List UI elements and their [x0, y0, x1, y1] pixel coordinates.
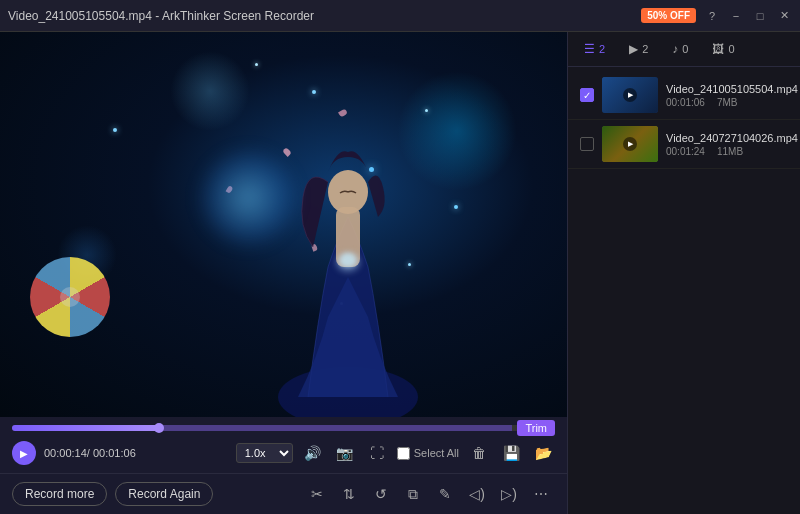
- close-button[interactable]: ✕: [776, 8, 792, 24]
- trim-button[interactable]: Trim: [517, 420, 555, 436]
- delete-icon[interactable]: 🗑: [467, 441, 491, 465]
- volume-icon[interactable]: 🔊: [301, 441, 325, 465]
- tab-image[interactable]: 🖼 0: [708, 40, 738, 58]
- item-info-1: Video_241005105504.mp4 00:01:06 7MB: [666, 83, 798, 108]
- progress-filled: [12, 425, 159, 431]
- svg-point-4: [340, 253, 356, 267]
- item-name-2: Video_240727104026.mp4: [666, 132, 798, 144]
- volume-down-icon[interactable]: ◁): [463, 480, 491, 508]
- video-area: Trim ▶ 00:00:14/ 00:01:06 1.0x 0.5x 0.75…: [0, 32, 567, 514]
- bottom-bar: Record more Record Again ✂ ⇅ ↺ ⧉ ✎ ◁) ▷)…: [0, 473, 567, 514]
- list-icon: ☰: [584, 42, 595, 56]
- panel-tabs: ☰ 2 ▶ 2 ♪ 0 🖼 0: [568, 32, 800, 67]
- image-count: 0: [728, 43, 734, 55]
- background-particles: [0, 32, 567, 417]
- camera-icon[interactable]: 📷: [333, 441, 357, 465]
- open-folder-icon[interactable]: 📂: [531, 441, 555, 465]
- playback-controls: ▶ 00:00:14/ 00:01:06 1.0x 0.5x 0.75x 1.2…: [12, 437, 555, 469]
- image-icon: 🖼: [712, 42, 724, 56]
- promo-badge[interactable]: 50% OFF: [641, 8, 696, 23]
- record-again-button[interactable]: Record Again: [115, 482, 213, 506]
- rotate-icon[interactable]: ↺: [367, 480, 395, 508]
- record-more-button[interactable]: Record more: [12, 482, 107, 506]
- item-meta-2: 00:01:24 11MB: [666, 146, 798, 157]
- right-panel: ☰ 2 ▶ 2 ♪ 0 🖼 0 ✓: [567, 32, 800, 514]
- scissors-icon[interactable]: ✂: [303, 480, 331, 508]
- edit-icon[interactable]: ✎: [431, 480, 459, 508]
- title-bar-text: Video_241005105504.mp4 - ArkThinker Scre…: [8, 9, 633, 23]
- item-size-2: 11MB: [717, 146, 743, 157]
- list-item[interactable]: ✓ ▶ Video_241005105504.mp4 00:01:06 7MB: [568, 71, 800, 120]
- main-layout: Trim ▶ 00:00:14/ 00:01:06 1.0x 0.5x 0.75…: [0, 32, 800, 514]
- speed-select[interactable]: 1.0x 0.5x 0.75x 1.25x 1.5x 2.0x: [236, 443, 293, 463]
- title-bar: Video_241005105504.mp4 - ArkThinker Scre…: [0, 0, 800, 32]
- video-preview: [0, 32, 567, 417]
- item-size-1: 7MB: [717, 97, 738, 108]
- select-all-checkbox[interactable]: [397, 447, 410, 460]
- spinner-overlay: [30, 257, 110, 337]
- item-meta-1: 00:01:06 7MB: [666, 97, 798, 108]
- item-thumbnail-1: ▶: [602, 77, 658, 113]
- item-info-2: Video_240727104026.mp4 00:01:24 11MB: [666, 132, 798, 157]
- video-count: 2: [642, 43, 648, 55]
- progress-bar[interactable]: Trim: [12, 425, 555, 431]
- fullscreen-icon[interactable]: ⛶: [365, 441, 389, 465]
- item-thumbnail-2: ▶: [602, 126, 658, 162]
- item-duration-1: 00:01:06: [666, 97, 705, 108]
- adjust-icon[interactable]: ⇅: [335, 480, 363, 508]
- item-name-1: Video_241005105504.mp4: [666, 83, 798, 95]
- tab-audio[interactable]: ♪ 0: [668, 40, 692, 58]
- more-icon[interactable]: ⋯: [527, 480, 555, 508]
- bottom-tools: ✂ ⇅ ↺ ⧉ ✎ ◁) ▷) ⋯: [221, 480, 555, 508]
- title-bar-controls: 50% OFF ? − □ ✕: [641, 8, 792, 24]
- timeline-section: Trim ▶ 00:00:14/ 00:01:06 1.0x 0.5x 0.75…: [0, 417, 567, 473]
- time-display: 00:00:14/ 00:01:06: [44, 447, 136, 459]
- maximize-button[interactable]: □: [752, 8, 768, 24]
- play-icon: ▶: [20, 448, 28, 459]
- minimize-button[interactable]: −: [728, 8, 744, 24]
- list-item[interactable]: ▶ Video_240727104026.mp4 00:01:24 11MB: [568, 120, 800, 169]
- save-icon[interactable]: 💾: [499, 441, 523, 465]
- item-checkbox-1[interactable]: ✓: [580, 88, 594, 102]
- media-list: ✓ ▶ Video_241005105504.mp4 00:01:06 7MB: [568, 67, 800, 514]
- item-checkbox-2[interactable]: [580, 137, 594, 151]
- list-count: 2: [599, 43, 605, 55]
- volume-up-icon[interactable]: ▷): [495, 480, 523, 508]
- progress-thumb[interactable]: [154, 423, 164, 433]
- play-button[interactable]: ▶: [12, 441, 36, 465]
- audio-count: 0: [682, 43, 688, 55]
- select-all-wrap: Select All: [397, 447, 459, 460]
- select-all-label: Select All: [414, 447, 459, 459]
- item-duration-2: 00:01:24: [666, 146, 705, 157]
- copy-icon[interactable]: ⧉: [399, 480, 427, 508]
- progress-remaining: [159, 425, 512, 431]
- tab-list[interactable]: ☰ 2: [580, 40, 609, 58]
- tab-video[interactable]: ▶ 2: [625, 40, 652, 58]
- checkmark-1: ✓: [583, 90, 591, 101]
- audio-icon: ♪: [672, 42, 678, 56]
- question-icon[interactable]: ?: [704, 8, 720, 24]
- video-icon: ▶: [629, 42, 638, 56]
